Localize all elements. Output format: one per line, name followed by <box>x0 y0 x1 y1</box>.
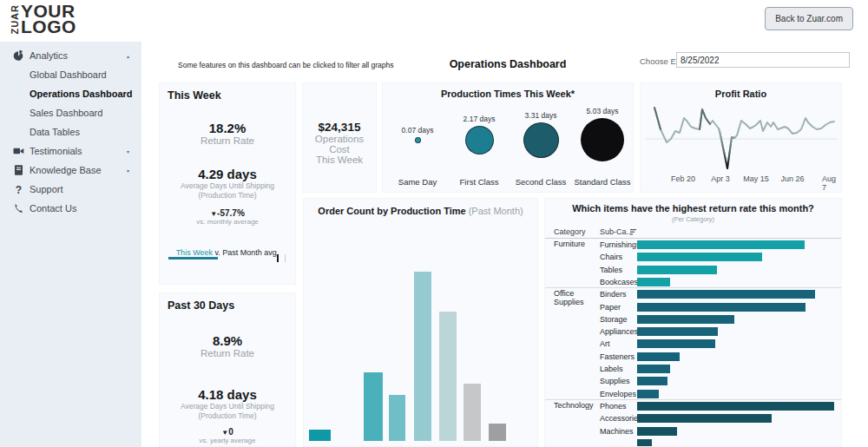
subcategory-label[interactable]: Bookcases <box>600 278 638 286</box>
ops-cost-line3: This Week <box>303 154 376 165</box>
return-rate-bar[interactable] <box>637 339 715 348</box>
x-axis-tick-label: Aug 7 <box>822 174 836 192</box>
sidebar-item-operations-dashboard[interactable]: Operations Dashboard <box>0 84 141 103</box>
x-axis-tick-label: Apr 3 <box>711 174 730 183</box>
subcategory-label[interactable]: Storage <box>600 315 628 324</box>
order-count-bar-7[interactable] <box>489 424 506 441</box>
return-rate-bar[interactable] <box>637 352 680 361</box>
chevron-up-icon[interactable]: ▴ <box>127 53 129 59</box>
return-rate-bar[interactable] <box>637 303 806 312</box>
return-rate-row: Paper <box>545 301 841 313</box>
order-count-bar-3[interactable] <box>389 395 405 441</box>
sidebar-item-data-tables[interactable]: Data Tables <box>0 122 141 141</box>
sidebar-item-knowledge-base[interactable]: Knowledge Base▾ <box>0 161 141 180</box>
operations-cost-card: $24,315 Operations Cost This Week <box>302 82 377 193</box>
down-triangle-icon: ▼ <box>221 429 228 437</box>
subcategory-label[interactable]: Appliances <box>600 327 638 336</box>
subcategory-label[interactable]: Chairs <box>600 253 622 261</box>
return-rate-row: TechnologyPhones <box>545 400 841 412</box>
back-to-zuar-button[interactable]: Back to Zuar.com <box>765 7 853 30</box>
profit-line-dark-segment <box>700 109 710 129</box>
this-week-days-label2: (Production Time) <box>160 191 295 200</box>
sidebar-item-sales-dashboard[interactable]: Sales Dashboard <box>0 103 141 122</box>
sort-icon[interactable] <box>629 228 637 236</box>
sidebar-item-label: Contact Us <box>30 203 76 214</box>
category-label[interactable]: Furniture <box>554 240 597 249</box>
return-rate-row: Envelopes <box>545 388 841 400</box>
subcategory-label[interactable]: Envelopes <box>600 390 636 398</box>
sidebar-item-label: Knowledge Base <box>30 165 102 175</box>
ops-cost-line2: Cost <box>303 144 376 154</box>
order-count-bar-6[interactable] <box>464 384 481 441</box>
category-column-header[interactable]: Category <box>554 227 586 236</box>
return-rate-row: Machines <box>545 425 841 437</box>
bullet-chart-bar[interactable] <box>168 257 218 260</box>
return-rate-bar[interactable] <box>637 278 670 286</box>
subcategory-label[interactable]: Tables <box>600 266 622 274</box>
return-rate-subtitle: (Per Category) <box>545 215 841 223</box>
subcategory-label[interactable]: Machines <box>600 427 634 436</box>
subcategory-label[interactable]: Paper <box>600 303 621 312</box>
production-bubble-first-class[interactable] <box>465 126 494 154</box>
subcategory-label[interactable]: Supplies <box>600 377 630 385</box>
subcategory-label[interactable]: Accessories <box>600 414 642 423</box>
subcategory-label[interactable]: Binders <box>600 290 627 299</box>
chevron-down-icon[interactable]: ▾ <box>127 168 129 174</box>
category-label[interactable]: Technology <box>554 402 597 411</box>
sidebar-item-testimonials[interactable]: Testimonials▾ <box>0 141 141 161</box>
sidebar-item-support[interactable]: ?Support <box>0 180 141 199</box>
return-rate-bar[interactable] <box>637 365 670 373</box>
return-rate-bar[interactable] <box>637 377 667 385</box>
return-rate-row: Art <box>545 338 841 350</box>
return-rate-row: Appliances <box>545 325 841 338</box>
order-count-bar-1[interactable] <box>309 430 331 441</box>
subcategory-label[interactable]: Labels <box>600 365 623 373</box>
logo: ZUAR YOUR LOGO <box>10 3 76 36</box>
production-times-title: Production Times This Week* <box>383 89 633 99</box>
past-30-days-card: Past 30 Days 8.9% Return Rate 4.18 days … <box>159 293 296 447</box>
return-rate-bar[interactable] <box>637 439 652 447</box>
return-rate-row: Labels <box>545 363 841 375</box>
return-rate-bar[interactable] <box>637 266 717 274</box>
profit-ratio-line-chart[interactable] <box>646 102 838 174</box>
return-rate-bar[interactable] <box>637 315 734 324</box>
sidebar-item-global-dashboard[interactable]: Global Dashboard <box>0 65 141 84</box>
subcategory-label[interactable]: Art <box>600 339 610 348</box>
return-rate-bar[interactable] <box>637 327 718 336</box>
this-week-delta-note: vs. monthly average <box>160 218 295 226</box>
production-bubble-second-class[interactable] <box>523 122 559 158</box>
sidebar-item-analytics[interactable]: Analytics▴ <box>0 46 141 65</box>
return-rate-bar[interactable] <box>637 427 677 436</box>
bubble-value-label: 2.17 days <box>464 115 496 123</box>
order-count-bar-2[interactable] <box>364 372 383 441</box>
this-week-days: 4.29 days <box>160 167 295 181</box>
sidebar: Analytics▴Global DashboardOperations Das… <box>0 42 141 447</box>
production-bubble-standard-class[interactable] <box>581 118 624 161</box>
end-date-input[interactable] <box>676 52 850 68</box>
sidebar-item-label: Operations Dashboard <box>30 89 133 99</box>
subcategory-column-header[interactable]: Sub-Ca.. <box>600 227 631 236</box>
production-bubble-same-day[interactable] <box>415 137 421 143</box>
bullet-legend: This Week v. Past Month avg. <box>160 248 295 257</box>
bubble-category-label: First Class <box>460 177 499 187</box>
return-rate-bar[interactable] <box>637 240 805 249</box>
sidebar-item-contact-us[interactable]: Contact Us <box>0 199 141 218</box>
this-week-card: This Week 18.2% Return Rate 4.29 days Av… <box>159 82 296 285</box>
return-rate-row: Office SuppliesBinders <box>545 288 841 300</box>
pie-chart-icon <box>13 50 24 62</box>
return-rate-bar[interactable] <box>637 390 659 398</box>
order-count-bar-5[interactable] <box>439 312 457 441</box>
subcategory-label[interactable]: Fasteners <box>600 352 635 361</box>
chevron-down-icon[interactable]: ▾ <box>127 148 129 154</box>
bullet-reference-tick <box>277 254 279 262</box>
subcategory-label[interactable]: Phones <box>600 402 627 411</box>
order-count-bar-4[interactable] <box>414 272 431 441</box>
dashboard-page: ZUAR YOUR LOGO Back to Zuar.com Analytic… <box>0 0 868 447</box>
return-rate-bar[interactable] <box>637 253 762 261</box>
return-rate-bar[interactable] <box>637 290 815 299</box>
subcategory-label[interactable]: Furnishings <box>600 240 641 249</box>
return-rate-bar[interactable] <box>637 402 834 411</box>
return-rate-card: Which items have the highest return rate… <box>544 198 842 447</box>
ops-cost-line1: Operations <box>303 134 376 144</box>
return-rate-bar[interactable] <box>637 414 772 423</box>
